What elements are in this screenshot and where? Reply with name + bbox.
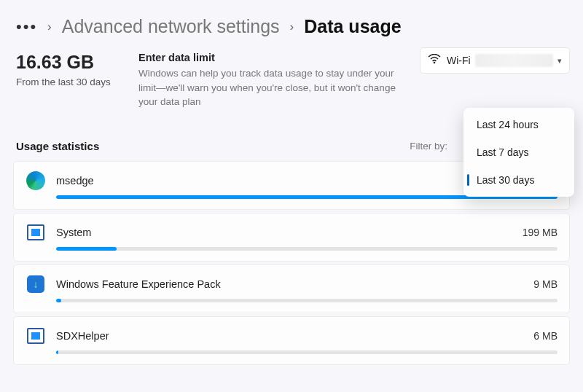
app-usage-row: SDXHelper 6 MB: [13, 316, 570, 365]
filter-dropdown: Last 24 hours Last 7 days Last 30 days: [463, 108, 574, 197]
usage-bar: [56, 350, 557, 354]
svg-point-0: [434, 62, 436, 64]
app-usage-row: ↓ Windows Feature Experience Pack 9 MB: [13, 264, 570, 313]
app-usage-row: System 199 MB: [13, 213, 570, 262]
app-name: SDXHelper: [56, 330, 109, 342]
data-limit-description: Windows can help you track data usage to…: [138, 66, 407, 109]
breadcrumb-parent[interactable]: Advanced network settings: [62, 16, 280, 37]
app-name: System: [56, 227, 91, 238]
system-icon: [26, 326, 46, 346]
usage-bar-fill: [56, 350, 58, 354]
data-limit-title: Enter data limit: [138, 52, 407, 63]
chevron-right-icon: ›: [290, 20, 294, 34]
network-selector-label: Wi-Fi: [447, 55, 471, 66]
system-icon: [26, 222, 46, 243]
usage-bar: [56, 247, 557, 251]
app-size: 199 MB: [523, 227, 557, 238]
filter-option-30d[interactable]: Last 30 days: [463, 166, 574, 194]
edge-icon: [26, 170, 46, 191]
chevron-right-icon: ›: [47, 20, 52, 34]
app-name: msedge: [56, 175, 94, 187]
total-usage: 16.63 GB From the last 30 days: [16, 52, 117, 109]
breadcrumb-overflow-button[interactable]: •••: [16, 17, 37, 36]
filter-by-label: Filter by:: [410, 141, 447, 152]
network-name-redacted: [475, 54, 553, 67]
filter-option-24h[interactable]: Last 24 hours: [463, 111, 574, 138]
app-size: 9 MB: [533, 278, 557, 290]
app-name: Windows Feature Experience Pack: [56, 278, 221, 290]
breadcrumb: ••• › Advanced network settings › Data u…: [0, 0, 583, 47]
breadcrumb-current: Data usage: [304, 16, 401, 37]
usage-bar-fill: [56, 247, 117, 251]
chevron-down-icon: ▾: [557, 56, 562, 66]
wifi-icon: [428, 54, 441, 67]
network-selector[interactable]: Wi-Fi ▾: [420, 47, 570, 74]
feature-pack-icon: ↓: [26, 274, 46, 294]
stats-title: Usage statistics: [16, 140, 99, 152]
filter-option-7d[interactable]: Last 7 days: [463, 138, 574, 166]
usage-bar-fill: [56, 299, 61, 302]
total-usage-value: 16.63 GB: [16, 52, 117, 73]
total-usage-subtext: From the last 30 days: [16, 76, 117, 89]
usage-bar: [56, 299, 557, 302]
app-size: 6 MB: [533, 330, 557, 342]
